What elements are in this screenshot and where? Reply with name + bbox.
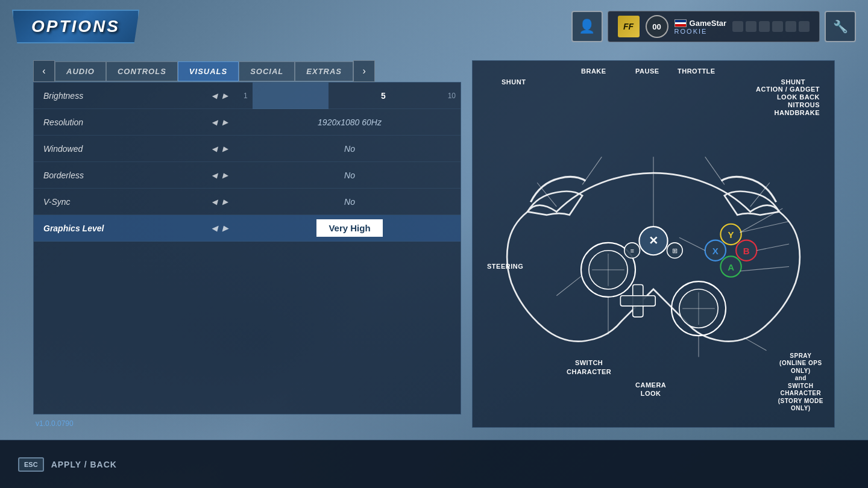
vsync-left-arrow[interactable]: ◀: [210, 198, 218, 206]
setting-row-borderless: Borderless ◀ ▶ No: [34, 162, 461, 189]
setting-row-windowed: Windowed ◀ ▶ No: [34, 136, 461, 162]
tab-next-button[interactable]: ›: [353, 60, 375, 82]
spray-label: SPRAY(ONLINE OPSONLY)andSWITCHCHARACTER(…: [778, 352, 823, 413]
profile-button[interactable]: 👤: [571, 11, 603, 42]
steering-label: STEERING: [487, 262, 523, 271]
achievement-icon-5: [785, 21, 796, 32]
svg-text:≡: ≡: [631, 247, 634, 254]
tab-audio[interactable]: AUDIO: [55, 61, 106, 81]
vsync-label: V-Sync ◀ ▶: [34, 197, 239, 207]
player-rank: ROOKIE: [675, 28, 726, 35]
resolution-label: Resolution ◀ ▶: [34, 117, 239, 127]
tab-social[interactable]: SOCIAL: [239, 61, 295, 81]
controller-panel: ✕ ≡ ⊞ Y X B A: [472, 60, 835, 428]
setting-row-graphics: Graphics Level ◀ ▶ Very High: [34, 215, 461, 242]
svg-line-33: [740, 267, 789, 272]
brightness-right-arrow[interactable]: ▶: [221, 92, 229, 100]
windowed-value: No: [239, 144, 461, 154]
svg-text:⊞: ⊞: [672, 247, 678, 254]
rank-badge: 00: [646, 15, 668, 38]
tab-controls[interactable]: CONTROLS: [106, 61, 178, 81]
svg-line-37: [744, 337, 767, 350]
graphics-left-arrow[interactable]: ◀: [210, 224, 218, 233]
borderless-arrows: ◀ ▶: [210, 171, 229, 180]
achievement-icon-1: [732, 21, 743, 32]
graphics-label-text: Graphics Level: [43, 224, 104, 233]
brake-label: BRAKE: [581, 67, 606, 75]
windowed-label: Windowed ◀ ▶: [34, 144, 239, 154]
resolution-left-arrow[interactable]: ◀: [210, 118, 218, 127]
windowed-right-arrow[interactable]: ▶: [221, 145, 229, 153]
brightness-label: Brightness ◀ ▶: [34, 91, 239, 101]
achievement-icons: [732, 21, 810, 32]
handbrake-label: HANDBRAKE: [775, 108, 820, 117]
graphics-value-container: Very High: [239, 219, 461, 237]
windowed-left-arrow[interactable]: ◀: [210, 145, 218, 153]
profile-icon: 👤: [579, 19, 595, 34]
svg-line-31: [679, 237, 705, 250]
player-info: GameStar ROOKIE: [675, 19, 726, 35]
pause-label: PAUSE: [635, 67, 659, 75]
svg-line-25: [705, 157, 725, 184]
left-panel: ‹ AUDIO CONTROLS VISUALS SOCIAL EXTRAS ›…: [33, 60, 461, 428]
svg-text:✕: ✕: [649, 234, 658, 247]
brightness-label-text: Brightness: [43, 91, 83, 101]
svg-line-24: [582, 157, 602, 184]
graphics-value: Very High: [316, 219, 382, 237]
tab-extras[interactable]: EXTRAS: [295, 61, 353, 81]
achievement-icon-4: [772, 21, 783, 32]
graphics-arrows: ◀ ▶: [210, 224, 229, 233]
settings-button[interactable]: 🔧: [825, 11, 856, 42]
vsync-right-arrow[interactable]: ▶: [221, 198, 229, 206]
svg-text:Y: Y: [728, 230, 734, 240]
brightness-slider[interactable]: 1 5 10: [239, 83, 461, 109]
shunt-left-label: SHUNT: [502, 78, 526, 86]
borderless-label: Borderless ◀ ▶: [34, 170, 239, 180]
borderless-value: No: [239, 170, 461, 180]
brightness-fill: [253, 83, 329, 109]
version-label: v1.0.0.0790: [33, 419, 461, 428]
svg-line-30: [740, 222, 789, 233]
throttle-label: THROTTLE: [678, 67, 715, 75]
settings-area: Brightness ◀ ▶ 1 5 10: [33, 82, 461, 414]
vsync-arrows: ◀ ▶: [210, 198, 229, 206]
resolution-arrows: ◀ ▶: [210, 118, 229, 127]
resolution-right-arrow[interactable]: ▶: [221, 118, 229, 127]
setting-row-vsync: V-Sync ◀ ▶ No: [34, 189, 461, 215]
graphics-right-arrow[interactable]: ▶: [221, 224, 229, 233]
svg-line-34: [556, 277, 581, 296]
camera-look-label: CAMERALOOK: [635, 381, 666, 398]
resolution-label-text: Resolution: [43, 117, 83, 127]
brightness-value: 5: [381, 91, 386, 101]
brightness-max: 10: [443, 92, 461, 100]
svg-text:A: A: [728, 262, 734, 272]
svg-line-29: [740, 208, 783, 233]
brightness-track[interactable]: 5: [253, 83, 443, 109]
resolution-value: 1920x1080 60Hz: [239, 117, 461, 127]
vsync-value: No: [239, 197, 461, 207]
vsync-label-text: V-Sync: [43, 197, 71, 207]
setting-row-brightness: Brightness ◀ ▶ 1 5 10: [34, 83, 461, 109]
svg-text:B: B: [743, 246, 750, 256]
switch-character-label: SWITCHCHARACTER: [567, 358, 611, 376]
tab-prev-button[interactable]: ‹: [33, 60, 55, 82]
borderless-left-arrow[interactable]: ◀: [210, 171, 218, 180]
topbar: OPTIONS 👤 FF 00 GameStar ROOKIE: [0, 0, 868, 53]
svg-line-27: [537, 183, 556, 207]
tabs-row: ‹ AUDIO CONTROLS VISUALS SOCIAL EXTRAS ›: [33, 60, 461, 82]
svg-text:X: X: [712, 246, 719, 256]
tab-visuals[interactable]: VISUALS: [178, 61, 239, 81]
brightness-left-arrow[interactable]: ◀: [210, 92, 218, 100]
svg-line-32: [756, 244, 789, 251]
bottombar: ESC APPLY / BACK: [0, 440, 868, 488]
game-info-panel: FF 00 GameStar ROOKIE: [608, 11, 820, 42]
borderless-right-arrow[interactable]: ▶: [221, 171, 229, 180]
game-logo: FF: [618, 16, 640, 37]
main-content: ‹ AUDIO CONTROLS VISUALS SOCIAL EXTRAS ›…: [33, 60, 835, 428]
svg-rect-9: [620, 296, 655, 306]
topbar-right: 👤 FF 00 GameStar ROOKIE 🔧: [571, 11, 856, 42]
graphics-label: Graphics Level ◀ ▶: [34, 224, 239, 233]
esc-key[interactable]: ESC: [18, 457, 44, 472]
brightness-arrows: ◀ ▶: [210, 92, 229, 100]
svg-line-28: [750, 183, 770, 207]
